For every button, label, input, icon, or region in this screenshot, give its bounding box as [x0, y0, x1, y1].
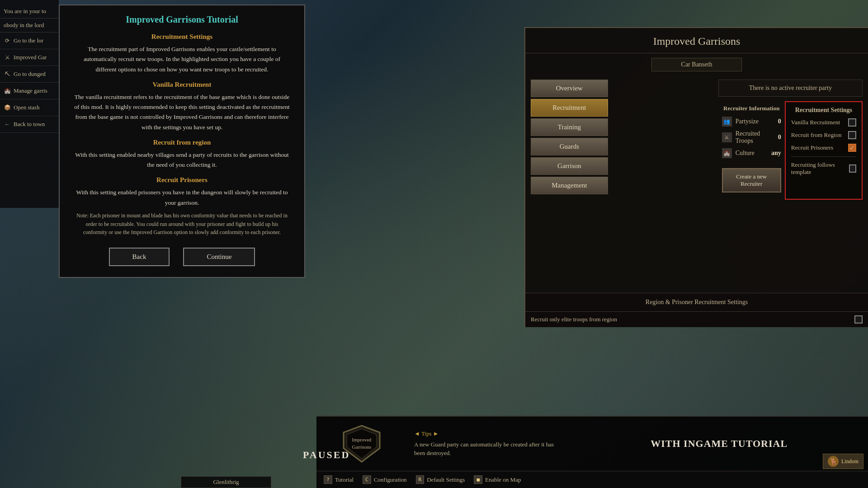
tutorial-section-2-body: The vanilla recruitment refers to the re… — [73, 92, 291, 132]
recruit-from-region-checkbox[interactable] — [848, 131, 856, 139]
create-recruiter-button[interactable]: Create a new Recruiter — [722, 168, 781, 192]
sidebar-item-dungeon[interactable]: ⛏ Go to dunged — [0, 66, 59, 83]
svg-text:Garrisons: Garrisons — [352, 444, 372, 450]
nav-content-row: Overview Recruitment Training Guards Gar… — [525, 76, 868, 293]
tips-header: ◄ Tips ► — [414, 430, 563, 437]
nav-recruitment[interactable]: Recruitment — [531, 99, 608, 117]
tutorial-section-3-body: With this setting enabled nearby village… — [73, 150, 291, 170]
paused-text: PAUSED — [303, 449, 350, 461]
default-settings-key-icon: R — [416, 475, 425, 484]
tutorial-button-label: Tutorial — [335, 476, 354, 483]
culture-value: any — [771, 150, 781, 157]
recruit-prisoners-label: Recruit Prisoners — [791, 144, 833, 151]
tutorial-buttons: Back Continue — [73, 248, 291, 266]
nav-management[interactable]: Management — [531, 177, 608, 194]
ig-tips: ◄ Tips ► A new Guard party can automatic… — [407, 417, 570, 471]
recruited-troops-row: ⚔ Recruited Troops 0 — [722, 130, 781, 145]
garrisons-panel: Improved Garrisons Car Banseth Overview … — [524, 27, 868, 327]
recruited-troops-label: Recruited Troops — [736, 130, 774, 145]
recruiter-info-header: Recruiter Information — [722, 105, 781, 112]
elite-troops-row: Recruit only elite troops from region — [525, 311, 868, 327]
tips-text: A new Guard party can automatically be c… — [414, 440, 563, 458]
partysize-row: 👥 Partysize 0 — [722, 117, 781, 127]
configuration-button-label: Configuration — [374, 476, 407, 483]
culture-row: 🏰 Culture any — [722, 148, 781, 158]
recruited-troops-value: 0 — [778, 134, 781, 141]
template-label: Recruiting follows template — [791, 161, 849, 176]
sidebar-text-1: You are in your to — [0, 5, 59, 19]
no-recruiter-banner: There is no active recruiter party — [718, 80, 863, 97]
elite-troops-checkbox[interactable] — [854, 315, 863, 324]
nav-training[interactable]: Training — [531, 118, 608, 136]
vanilla-recruitment-checkbox[interactable] — [848, 118, 856, 127]
configuration-key-icon: C — [363, 475, 371, 484]
svg-text:Improved: Improved — [352, 437, 372, 442]
elite-troops-label: Recruit only elite troops from region — [531, 316, 617, 323]
recruiter-area: There is no active recruiter party Recru… — [713, 76, 868, 293]
default-settings-button[interactable]: R Default Settings — [416, 475, 465, 484]
recruit-prisoners-row: Recruit Prisoners ✓ — [791, 144, 856, 152]
settlement-name[interactable]: Car Banseth — [651, 58, 742, 71]
sidebar-item-improved-gar[interactable]: ⚔ Improved Gar — [0, 49, 59, 66]
default-settings-button-label: Default Settings — [427, 476, 465, 483]
manage-icon: 🏰 — [4, 87, 11, 94]
troops-icon: ⚔ — [722, 132, 732, 142]
template-checkbox[interactable] — [849, 164, 856, 173]
back-button[interactable]: Back — [109, 248, 170, 266]
nav-guards[interactable]: Guards — [531, 138, 608, 155]
back-icon: ← — [4, 121, 11, 128]
tutorial-section-1-body: The recruitment part of Improved Garriso… — [73, 44, 291, 75]
nav-buttons: Overview Recruitment Training Guards Gar… — [525, 76, 613, 198]
tutorial-section-3-heading: Recruit from region — [73, 139, 291, 146]
garrison-icon: ⚔ — [4, 54, 11, 61]
lindom-icon: 🦌 — [828, 456, 839, 467]
tutorial-modal: Improved Garrisons Tutorial Recruitment … — [59, 5, 305, 278]
configuration-button[interactable]: C Configuration — [363, 475, 407, 484]
lindom-label: Lindom — [841, 458, 859, 465]
recruit-from-region-label: Recruit from Region — [791, 131, 842, 139]
vanilla-recruitment-row: Vanilla Recruitment — [791, 118, 856, 127]
tutorial-top-row: Improved Garrisons ◄ Tips ► A new Guard … — [316, 417, 868, 471]
tutorial-button[interactable]: ? Tutorial — [324, 475, 354, 484]
culture-label: Culture — [736, 150, 768, 157]
tutorial-key-icon: ? — [324, 475, 332, 484]
recruiter-info-row: Recruiter Information 👥 Partysize 0 ⚔ Re… — [718, 101, 863, 200]
sidebar-item-open-stash[interactable]: 📦 Open stash — [0, 99, 59, 116]
sidebar-item-go-lord[interactable]: ⟳ Go to the lor — [0, 33, 59, 49]
region-settings: Region & Prisoner Recruitment Settings — [525, 293, 868, 311]
recruitment-settings-header: Recruitment Settings — [791, 107, 856, 114]
lindom-badge: 🦌 Lindom — [823, 454, 863, 469]
nav-garrison[interactable]: Garrison — [531, 157, 608, 175]
go-lord-icon: ⟳ — [4, 37, 11, 44]
recruitment-settings-box: Recruitment Settings Vanilla Recruitment… — [785, 101, 863, 200]
city-name-bar: Glenlithrig — [181, 476, 271, 488]
enable-on-map-button[interactable]: ■ Enable on Map — [474, 475, 521, 484]
tutorial-bottom-bar: ? Tutorial C Configuration R Default Set… — [316, 471, 868, 488]
partysize-icon: 👥 — [722, 117, 732, 127]
culture-icon: 🏰 — [722, 148, 732, 158]
enable-on-map-button-label: Enable on Map — [485, 476, 521, 483]
tutorial-section-4-body: With this setting enabled prisoners you … — [73, 188, 291, 208]
tutorial-section-2-heading: Vanilla Recruitment — [73, 81, 291, 89]
recruit-prisoners-checkbox[interactable]: ✓ — [848, 144, 856, 152]
sidebar-item-back-town[interactable]: ← Back to town — [0, 116, 59, 133]
sidebar-text-2: obody in the lord — [0, 19, 59, 33]
tutorial-note: Note: Each prisoner in mount and blade h… — [73, 211, 291, 237]
sidebar: You are in your to obody in the lord ⟳ G… — [0, 0, 59, 208]
template-row: Recruiting follows template — [791, 156, 856, 176]
stash-icon: 📦 — [4, 104, 11, 111]
continue-button[interactable]: Continue — [183, 248, 255, 266]
tutorial-section-1-heading: Recruitment Settings — [73, 33, 291, 41]
enable-map-key-icon: ■ — [474, 475, 482, 484]
nav-overview[interactable]: Overview — [531, 80, 608, 97]
recruiter-info: Recruiter Information 👥 Partysize 0 ⚔ Re… — [718, 101, 785, 200]
with-tutorial-text: WITH INGAME TUTORIAL — [651, 438, 788, 450]
ingame-tutorial-bar: Improved Garrisons ◄ Tips ► A new Guard … — [316, 416, 868, 488]
partysize-label: Partysize — [736, 118, 774, 125]
ig-shield-area: Improved Garrisons — [316, 417, 407, 471]
recruit-from-region-row: Recruit from Region — [791, 131, 856, 139]
sidebar-item-manage[interactable]: 🏰 Manage garris — [0, 83, 59, 99]
tutorial-section-4-heading: Recruit Prisoners — [73, 176, 291, 184]
partysize-value: 0 — [778, 118, 781, 125]
dungeon-icon: ⛏ — [4, 70, 11, 78]
